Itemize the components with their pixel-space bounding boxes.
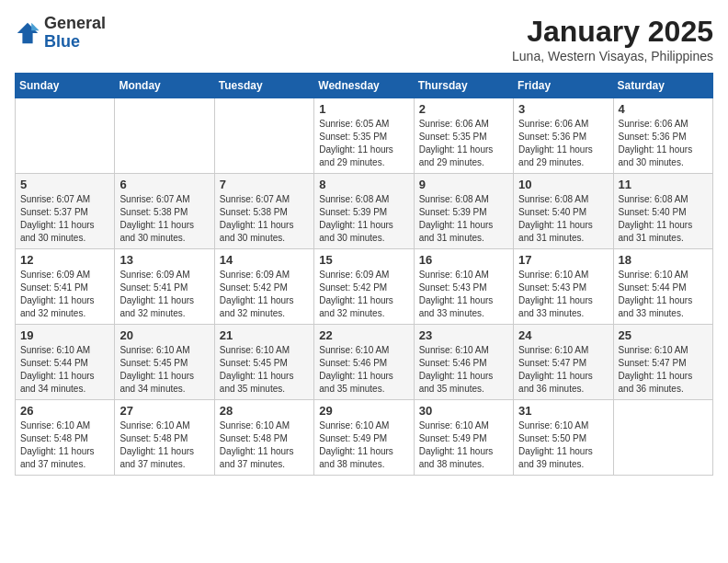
calendar-cell: 29Sunrise: 6:10 AM Sunset: 5:49 PM Dayli… xyxy=(314,400,414,476)
calendar-cell: 6Sunrise: 6:07 AM Sunset: 5:38 PM Daylig… xyxy=(115,174,214,249)
day-number: 30 xyxy=(419,404,508,418)
day-info: Sunrise: 6:06 AM Sunset: 5:36 PM Dayligh… xyxy=(518,118,608,169)
calendar-cell: 1Sunrise: 6:05 AM Sunset: 5:35 PM Daylig… xyxy=(314,98,414,174)
day-info: Sunrise: 6:08 AM Sunset: 5:39 PM Dayligh… xyxy=(319,193,408,245)
weekday-header-wednesday: Wednesday xyxy=(314,74,414,98)
day-number: 8 xyxy=(319,178,408,191)
week-row-2: 5Sunrise: 6:07 AM Sunset: 5:37 PM Daylig… xyxy=(16,174,713,249)
weekday-header-sunday: Sunday xyxy=(16,74,115,98)
day-number: 22 xyxy=(319,328,408,342)
day-info: Sunrise: 6:10 AM Sunset: 5:48 PM Dayligh… xyxy=(119,419,209,471)
day-info: Sunrise: 6:10 AM Sunset: 5:47 PM Dayligh… xyxy=(518,344,608,396)
day-info: Sunrise: 6:08 AM Sunset: 5:40 PM Dayligh… xyxy=(518,193,608,245)
day-info: Sunrise: 6:10 AM Sunset: 5:50 PM Dayligh… xyxy=(518,419,608,471)
day-number: 6 xyxy=(119,178,209,191)
week-row-5: 26Sunrise: 6:10 AM Sunset: 5:48 PM Dayli… xyxy=(16,400,713,476)
day-info: Sunrise: 6:05 AM Sunset: 5:35 PM Dayligh… xyxy=(319,118,408,169)
weekday-header-row: SundayMondayTuesdayWednesdayThursdayFrid… xyxy=(16,74,713,98)
day-number: 12 xyxy=(20,253,109,267)
calendar-cell: 14Sunrise: 6:09 AM Sunset: 5:42 PM Dayli… xyxy=(214,249,313,325)
weekday-header-friday: Friday xyxy=(514,74,613,98)
day-number: 5 xyxy=(20,178,109,191)
calendar-cell: 22Sunrise: 6:10 AM Sunset: 5:46 PM Dayli… xyxy=(314,325,414,400)
day-number: 25 xyxy=(619,328,708,342)
day-info: Sunrise: 6:07 AM Sunset: 5:38 PM Dayligh… xyxy=(220,193,309,245)
weekday-header-tuesday: Tuesday xyxy=(214,74,313,98)
calendar-cell: 10Sunrise: 6:08 AM Sunset: 5:40 PM Dayli… xyxy=(514,174,613,249)
day-info: Sunrise: 6:07 AM Sunset: 5:37 PM Dayligh… xyxy=(20,193,109,245)
calendar-cell: 2Sunrise: 6:06 AM Sunset: 5:35 PM Daylig… xyxy=(414,98,513,174)
day-number: 1 xyxy=(319,102,408,116)
day-number: 3 xyxy=(518,102,608,116)
week-row-3: 12Sunrise: 6:09 AM Sunset: 5:41 PM Dayli… xyxy=(16,249,713,325)
logo-general: General xyxy=(44,15,106,33)
day-number: 18 xyxy=(619,253,708,267)
day-info: Sunrise: 6:08 AM Sunset: 5:39 PM Dayligh… xyxy=(419,193,508,245)
calendar-cell: 5Sunrise: 6:07 AM Sunset: 5:37 PM Daylig… xyxy=(16,174,115,249)
calendar-cell: 20Sunrise: 6:10 AM Sunset: 5:45 PM Dayli… xyxy=(115,325,214,400)
location: Luna, Western Visayas, Philippines xyxy=(512,49,713,63)
title-block: January 2025 Luna, Western Visayas, Phil… xyxy=(512,15,713,63)
day-info: Sunrise: 6:07 AM Sunset: 5:38 PM Dayligh… xyxy=(119,193,209,245)
calendar-cell: 18Sunrise: 6:10 AM Sunset: 5:44 PM Dayli… xyxy=(613,249,712,325)
calendar-cell: 21Sunrise: 6:10 AM Sunset: 5:45 PM Dayli… xyxy=(214,325,313,400)
day-info: Sunrise: 6:09 AM Sunset: 5:41 PM Dayligh… xyxy=(20,269,109,320)
day-info: Sunrise: 6:10 AM Sunset: 5:43 PM Dayligh… xyxy=(419,269,508,320)
calendar-cell: 7Sunrise: 6:07 AM Sunset: 5:38 PM Daylig… xyxy=(214,174,313,249)
day-info: Sunrise: 6:10 AM Sunset: 5:43 PM Dayligh… xyxy=(518,269,608,320)
calendar-cell xyxy=(214,98,313,174)
calendar-cell: 17Sunrise: 6:10 AM Sunset: 5:43 PM Dayli… xyxy=(514,249,613,325)
day-number: 21 xyxy=(220,328,309,342)
calendar-cell xyxy=(613,400,712,476)
logo-blue: Blue xyxy=(44,33,106,52)
calendar-cell: 27Sunrise: 6:10 AM Sunset: 5:48 PM Dayli… xyxy=(115,400,214,476)
day-number: 28 xyxy=(220,404,309,418)
day-info: Sunrise: 6:10 AM Sunset: 5:47 PM Dayligh… xyxy=(619,344,708,396)
week-row-1: 1Sunrise: 6:05 AM Sunset: 5:35 PM Daylig… xyxy=(16,98,713,174)
day-info: Sunrise: 6:10 AM Sunset: 5:48 PM Dayligh… xyxy=(220,419,309,471)
day-number: 17 xyxy=(518,253,608,267)
day-number: 31 xyxy=(518,404,608,418)
day-info: Sunrise: 6:09 AM Sunset: 5:42 PM Dayligh… xyxy=(220,269,309,320)
week-row-4: 19Sunrise: 6:10 AM Sunset: 5:44 PM Dayli… xyxy=(16,325,713,400)
calendar-cell: 26Sunrise: 6:10 AM Sunset: 5:48 PM Dayli… xyxy=(16,400,115,476)
calendar-cell: 12Sunrise: 6:09 AM Sunset: 5:41 PM Dayli… xyxy=(16,249,115,325)
day-info: Sunrise: 6:09 AM Sunset: 5:41 PM Dayligh… xyxy=(119,269,209,320)
weekday-header-saturday: Saturday xyxy=(613,74,712,98)
weekday-header-thursday: Thursday xyxy=(414,74,513,98)
calendar-cell: 28Sunrise: 6:10 AM Sunset: 5:48 PM Dayli… xyxy=(214,400,313,476)
calendar-cell: 11Sunrise: 6:08 AM Sunset: 5:40 PM Dayli… xyxy=(613,174,712,249)
day-number: 24 xyxy=(518,328,608,342)
day-number: 19 xyxy=(20,328,109,342)
day-info: Sunrise: 6:10 AM Sunset: 5:46 PM Dayligh… xyxy=(319,344,408,396)
logo: General Blue xyxy=(15,15,106,52)
day-number: 7 xyxy=(220,178,309,191)
calendar-cell: 16Sunrise: 6:10 AM Sunset: 5:43 PM Dayli… xyxy=(414,249,513,325)
day-number: 15 xyxy=(319,253,408,267)
calendar-cell: 8Sunrise: 6:08 AM Sunset: 5:39 PM Daylig… xyxy=(314,174,414,249)
day-number: 26 xyxy=(20,404,109,418)
day-info: Sunrise: 6:10 AM Sunset: 5:46 PM Dayligh… xyxy=(419,344,508,396)
day-info: Sunrise: 6:06 AM Sunset: 5:35 PM Dayligh… xyxy=(419,118,508,169)
month-title: January 2025 xyxy=(512,15,713,49)
calendar-cell: 9Sunrise: 6:08 AM Sunset: 5:39 PM Daylig… xyxy=(414,174,513,249)
day-number: 13 xyxy=(119,253,209,267)
calendar-cell: 30Sunrise: 6:10 AM Sunset: 5:49 PM Dayli… xyxy=(414,400,513,476)
day-info: Sunrise: 6:10 AM Sunset: 5:45 PM Dayligh… xyxy=(119,344,209,396)
day-info: Sunrise: 6:10 AM Sunset: 5:49 PM Dayligh… xyxy=(419,419,508,471)
logo-icon xyxy=(15,20,40,46)
calendar-cell: 3Sunrise: 6:06 AM Sunset: 5:36 PM Daylig… xyxy=(514,98,613,174)
day-number: 14 xyxy=(220,253,309,267)
calendar-table: SundayMondayTuesdayWednesdayThursdayFrid… xyxy=(15,73,713,476)
day-number: 9 xyxy=(419,178,508,191)
day-info: Sunrise: 6:10 AM Sunset: 5:44 PM Dayligh… xyxy=(619,269,708,320)
svg-marker-0 xyxy=(17,23,38,43)
logo-text: General Blue xyxy=(44,15,106,52)
calendar-cell: 31Sunrise: 6:10 AM Sunset: 5:50 PM Dayli… xyxy=(514,400,613,476)
calendar-cell: 25Sunrise: 6:10 AM Sunset: 5:47 PM Dayli… xyxy=(613,325,712,400)
calendar-cell xyxy=(16,98,115,174)
day-info: Sunrise: 6:09 AM Sunset: 5:42 PM Dayligh… xyxy=(319,269,408,320)
day-number: 4 xyxy=(619,102,708,116)
calendar-cell: 19Sunrise: 6:10 AM Sunset: 5:44 PM Dayli… xyxy=(16,325,115,400)
day-info: Sunrise: 6:06 AM Sunset: 5:36 PM Dayligh… xyxy=(619,118,708,169)
